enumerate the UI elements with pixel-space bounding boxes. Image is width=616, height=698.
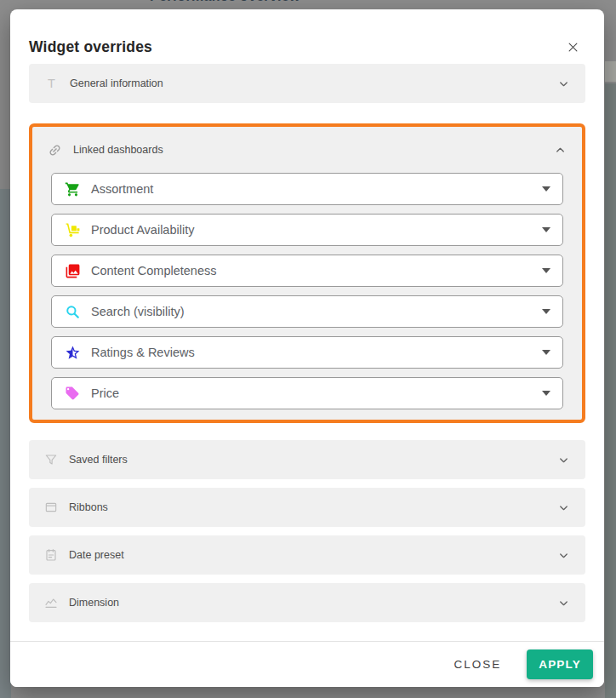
widget-overrides-dialog: Widget overrides T General information L…	[10, 9, 604, 687]
search-icon	[64, 304, 81, 319]
dropdown-caret-icon	[542, 309, 550, 314]
dashboard-select-price[interactable]: Price	[51, 377, 563, 409]
chevron-down-icon	[557, 454, 570, 466]
background-page-title: Performance overview	[150, 0, 300, 4]
dialog-footer: CLOSE APPLY	[10, 641, 604, 687]
close-button[interactable]: CLOSE	[443, 651, 511, 678]
star-half-icon	[64, 345, 81, 361]
section-label: Ribbons	[69, 501, 546, 513]
chevron-down-icon	[557, 549, 570, 562]
section-general-information[interactable]: T General information	[29, 64, 585, 103]
dialog-body: T General information Linked dashboards	[10, 64, 604, 622]
dropdown-caret-icon	[542, 391, 550, 396]
dropdown-value: Price	[91, 386, 532, 400]
chevron-down-icon	[557, 77, 570, 90]
dropdown-value: Ratings & Reviews	[91, 346, 532, 359]
dashboard-select-content-completeness[interactable]: Content Completeness	[51, 255, 563, 287]
filter-icon	[44, 453, 58, 466]
chevron-up-icon	[554, 144, 567, 157]
dropdown-value: Content Completeness	[91, 264, 532, 277]
line-chart-icon	[44, 596, 58, 609]
photo-library-icon	[64, 263, 81, 279]
dashboard-select-product-availability[interactable]: Product Availability	[51, 214, 563, 246]
dropdown-caret-icon	[542, 227, 550, 232]
dropdown-caret-icon	[542, 186, 550, 192]
section-label: Dimension	[69, 597, 546, 609]
dolly-icon	[64, 222, 81, 238]
dashboard-select-search-visibility[interactable]: Search (visibility)	[51, 295, 563, 328]
dialog-title: Widget overrides	[29, 38, 152, 56]
price-tag-icon	[64, 386, 81, 401]
section-linked-dashboards: Linked dashboards Assortment Product Ava…	[29, 123, 585, 423]
dashboard-select-assortment[interactable]: Assortment	[51, 173, 563, 205]
backdrop-right-strip	[605, 83, 616, 698]
section-label: Saved filters	[69, 454, 546, 466]
section-label: Date preset	[69, 549, 546, 561]
section-saved-filters[interactable]: Saved filters	[29, 440, 585, 479]
ribbon-icon	[44, 501, 58, 514]
section-linked-dashboards-header[interactable]: Linked dashboards	[48, 127, 567, 173]
dialog-header: Widget overrides	[10, 9, 604, 64]
dashboard-select-ratings-reviews[interactable]: Ratings & Reviews	[51, 336, 563, 369]
calendar-icon	[44, 548, 58, 562]
section-date-preset[interactable]: Date preset	[29, 535, 585, 575]
chevron-down-icon	[557, 501, 570, 514]
chevron-down-icon	[557, 597, 570, 609]
dropdown-value: Product Availability	[91, 223, 532, 237]
link-icon	[44, 140, 65, 160]
dropdown-value: Assortment	[91, 182, 532, 196]
text-icon: T	[44, 77, 59, 90]
backdrop-right-patch	[605, 61, 616, 82]
section-label: General information	[70, 77, 546, 89]
section-ribbons[interactable]: Ribbons	[29, 488, 585, 527]
section-dimension[interactable]: Dimension	[29, 583, 585, 622]
dropdown-caret-icon	[542, 268, 550, 273]
cart-icon	[64, 181, 81, 197]
section-label: Linked dashboards	[73, 144, 543, 156]
dropdown-value: Search (visibility)	[91, 305, 532, 318]
dropdown-caret-icon	[542, 350, 550, 355]
apply-button[interactable]: APPLY	[527, 649, 593, 679]
close-icon[interactable]	[563, 38, 582, 57]
